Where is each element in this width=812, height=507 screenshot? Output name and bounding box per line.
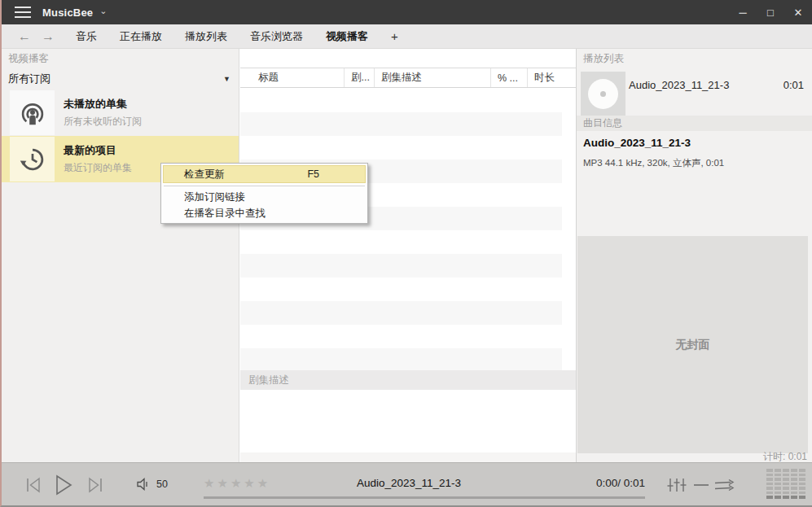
table-row [240,230,562,254]
hamburger-menu-icon[interactable] [15,7,31,18]
skip-forward-icon[interactable] [86,475,104,498]
play-icon[interactable] [52,473,75,500]
podcast-sidebar: 视频播客 所有订阅 ▼ 未播放的单集 所有未收听的订阅 [2,49,239,464]
tab-music[interactable]: 音乐 [76,29,97,44]
speaker-icon[interactable] [135,477,151,495]
column-header-title[interactable]: 标题 [240,68,345,87]
player-bar: 50 ★★★★★ Audio_2023_11_21-3 0:00/ 0:01 [2,462,812,505]
context-menu: 检查更新 F5 添加订阅链接 在播客目录中查找 [160,163,368,224]
tab-now-playing[interactable]: 正在播放 [120,29,162,44]
track-title: Audio_2023_11_21-3 [583,137,691,149]
chevron-down-icon[interactable]: ⌄ [99,6,107,16]
tab-music-explorer[interactable]: 音乐浏览器 [250,29,303,44]
playlist-item-duration: 0:01 [783,79,804,91]
now-playing-panel: 播放列表 Audio_2023_11_21-3 0:01 曲目信息 Audio_… [576,49,812,464]
column-header-episode[interactable]: 剧... [345,68,375,87]
playlist-header: 播放列表 [577,49,812,66]
podcast-icon [10,90,55,135]
playback-time: 0:00/ 0:01 [564,477,645,489]
forward-icon[interactable]: → [42,30,55,43]
rating-stars[interactable]: ★★★★★ [204,476,270,491]
table-row [240,254,562,278]
track-details: MP3 44.1 kHz, 320k, 立体声, 0:01 [583,157,724,169]
table-row [240,325,562,348]
table-row [240,348,562,372]
sidebar-header: 视频播客 [2,49,239,66]
equalizer-sliders-icon[interactable] [666,477,687,496]
episode-table-header: 标题 剧... 剧集描述 % ... 时长 [240,68,576,88]
sidebar-item-subtitle: 最近订阅的单集 [64,161,132,175]
episode-description-header: 剧集描述 [240,370,576,390]
sidebar-item-subtitle: 所有未收听的订阅 [64,115,142,129]
menu-separator [164,186,365,186]
table-row [240,278,562,301]
album-art-placeholder: 无封面 [577,236,808,453]
episode-table-body [240,89,562,372]
content: 视频播客 所有订阅 ▼ 未播放的单集 所有未收听的订阅 [2,49,812,464]
track-info-header: 曲目信息 [577,116,812,131]
menu-item-check-updates[interactable]: 检查更新 F5 [163,165,366,183]
navbar: ← → 音乐 正在播放 播放列表 音乐浏览器 视频播客 + ▼ [2,24,812,49]
volume-level: 50 [156,479,168,490]
sidebar-item-title: 最新的项目 [64,143,132,158]
close-icon[interactable]: ✕ [784,0,812,24]
now-playing-title: Audio_2023_11_21-3 [287,477,531,489]
chevron-down-icon: ▼ [223,75,230,83]
maximize-icon[interactable]: □ [757,0,784,24]
clock-history-icon [10,137,55,181]
column-header-description[interactable]: 剧集描述 [375,68,491,87]
tab-playlists[interactable]: 播放列表 [185,29,227,44]
sidebar-item-unplayed-episodes[interactable]: 未播放的单集 所有未收听的订阅 [2,90,239,136]
tab-video-podcasts[interactable]: 视频播客 [326,29,368,44]
menu-item-search-podcast-directory[interactable]: 在播客目录中查找 [163,205,366,221]
column-header-percent[interactable]: % ... [491,68,528,87]
app-window: MusicBee ⌄ ─ □ ✕ ← → 音乐 正在播放 播放列表 音乐浏览器 … [0,0,812,507]
subscription-filter-value: 所有订阅 [8,72,50,86]
table-row [240,89,562,112]
back-icon[interactable]: ← [18,30,31,43]
column-header-duration[interactable]: 时长 [528,68,576,87]
spectrum-visualizer[interactable] [766,469,805,499]
skip-back-icon[interactable] [24,475,42,498]
titlebar: MusicBee ⌄ ─ □ ✕ [2,0,812,24]
playlist-item[interactable]: Audio_2023_11_21-3 0:01 [577,69,812,120]
table-row [240,301,562,325]
sidebar-item-title: 未播放的单集 [64,97,142,111]
menu-shortcut: F5 [307,168,319,180]
playlist-item-title: Audio_2023_11_21-3 [629,79,729,91]
table-row [240,112,562,136]
table-row [240,136,562,160]
disc-icon [581,72,625,116]
app-title[interactable]: MusicBee [42,7,93,19]
add-tab-button[interactable]: + [391,29,398,44]
minus-icon[interactable] [692,477,710,496]
menu-item-add-subscription-link[interactable]: 添加订阅链接 [163,189,366,205]
seek-bar[interactable] [204,496,645,499]
episode-panel: 标题 剧... 剧集描述 % ... 时长 剧集描述 [240,49,576,464]
no-cover-label: 无封面 [676,338,710,352]
minimize-icon[interactable]: ─ [729,0,757,24]
subscription-filter-dropdown[interactable]: 所有订阅 ▼ [2,69,239,88]
shuffle-icon[interactable] [713,477,735,496]
